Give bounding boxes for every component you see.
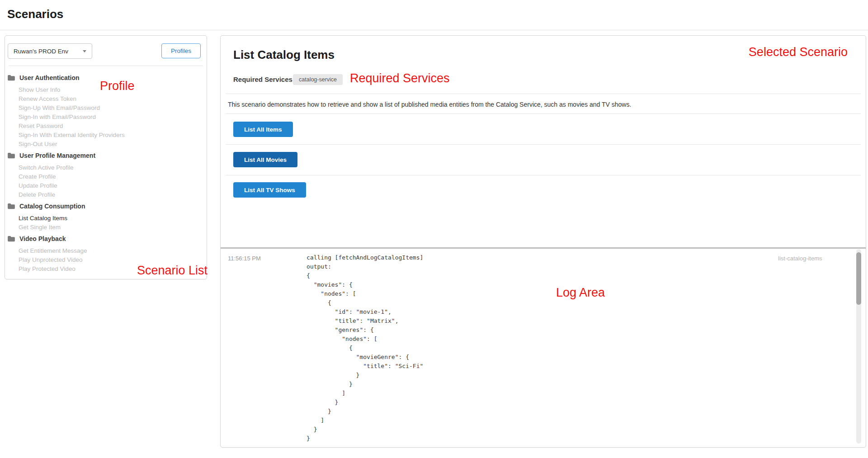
caret-down-icon [83,50,86,52]
divider [226,175,861,175]
scenario-item[interactable]: Renew Access Token [19,94,207,104]
scenario-item[interactable]: Show User Info [19,85,207,94]
divider [226,144,861,145]
app-header: Scenarios [0,0,868,30]
scenario-folder-label: Video Playback [19,235,66,242]
scenario-item[interactable]: Sign-Out User [19,140,207,149]
profile-dropdown[interactable]: Ruwan's PROD Env [8,43,92,59]
scenario-title: List Catalog Items [233,48,335,62]
log-scrollbar-track[interactable] [856,249,861,444]
list-all-items-button[interactable]: List All Items [233,122,293,137]
scenario-section: User AuthenticationShow User InfoRenew A… [5,73,207,149]
log-output: calling [fetchAndLogCatalogItems] output… [307,253,423,443]
scenario-item[interactable]: Get Entitlement Message [19,246,207,255]
log-scenario-id: list-catalog-items [778,255,822,262]
scenario-item[interactable]: Get Single Item [19,223,207,232]
log-timestamp: 11:56:15 PM [228,255,261,262]
scenario-item[interactable]: Delete Profile [19,190,207,199]
scenario-folder[interactable]: Catalog Consumption [5,201,207,211]
scenario-item-list: Switch Active ProfileCreate ProfileUpdat… [5,163,207,199]
folder-icon [7,75,15,81]
scenario-list-panel: Ruwan's PROD Env Profile Profiles User A… [5,35,207,279]
scenario-sections: User AuthenticationShow User InfoRenew A… [5,73,207,274]
scenario-item[interactable]: Sign-Up With Email/Password [19,104,207,113]
divider [226,94,861,94]
scenario-item[interactable]: Sign-In With External Identity Providers [19,131,207,140]
scenario-item-list: List Catalog ItemsGet Single Item [5,214,207,232]
scenario-item[interactable]: Update Profile [19,181,207,190]
scenario-folder-label: User Profile Management [19,152,95,159]
scenario-section: User Profile ManagementSwitch Active Pro… [5,151,207,199]
scenario-item[interactable]: Create Profile [19,172,207,181]
list-all-movies-button[interactable]: List All Movies [233,152,297,167]
scenario-folder[interactable]: Video Playback [5,234,207,244]
scenario-item[interactable]: List Catalog Items [19,214,207,223]
scenario-folder-label: User Authentication [19,74,80,81]
required-services-label: Required Services: [233,76,295,83]
selected-scenario-panel: List Catalog Items Required Services: ca… [220,35,866,448]
scenario-section: Catalog ConsumptionList Catalog ItemsGet… [5,201,207,232]
folder-icon [7,152,15,159]
annotation-scenario-list: Scenario List [137,264,208,278]
scenario-item[interactable]: Play Unprotected Video [19,255,207,264]
service-badge: catalog-service [293,74,343,85]
scenario-item[interactable]: Switch Active Profile [19,163,207,172]
log-divider [221,247,866,249]
scenario-item-list: Show User InfoRenew Access TokenSign-Up … [5,85,207,149]
log-scrollbar-thumb[interactable] [856,252,861,305]
list-all-tv-shows-button[interactable]: List All TV Shows [233,182,306,198]
page-title: Scenarios [7,7,63,21]
annotation-selected-scenario: Selected Scenario [749,46,848,59]
folder-icon [7,203,15,209]
divider [9,66,203,66]
profile-dropdown-value: Ruwan's PROD Env [14,48,83,55]
profiles-button[interactable]: Profiles [161,43,201,58]
scenario-folder-label: Catalog Consumption [19,203,85,210]
annotation-required-services: Required Services [350,72,450,85]
scenario-description: This scenario demonstrates how to retrie… [228,101,631,108]
scenario-item[interactable]: Sign-In with Email/Password [19,113,207,122]
divider [226,113,861,114]
scenario-folder[interactable]: User Authentication [5,73,207,83]
required-services-badges: catalog-service [293,74,343,85]
folder-icon [7,236,15,242]
scenario-item[interactable]: Reset Password [19,122,207,131]
scenario-folder[interactable]: User Profile Management [5,151,207,161]
annotation-log-area: Log Area [556,286,605,300]
